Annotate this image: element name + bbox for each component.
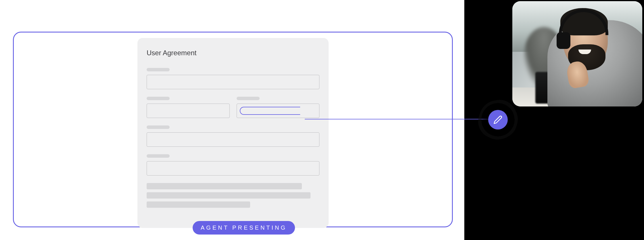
field-label-placeholder (147, 68, 170, 71)
edit-badge[interactable] (480, 101, 516, 138)
field-label-placeholder (147, 154, 170, 158)
text-input[interactable] (147, 132, 319, 147)
agreement-text-skeleton (147, 183, 319, 208)
field-label-placeholder (147, 97, 170, 100)
status-label: AGENT PRESENTING (201, 224, 287, 231)
annotation-connector-line (305, 119, 489, 119)
text-input[interactable] (147, 161, 319, 176)
user-agreement-form: User Agreement (137, 38, 329, 228)
text-input[interactable] (147, 75, 319, 89)
status-pill: AGENT PRESENTING (193, 221, 295, 235)
text-input-highlighted[interactable] (237, 104, 320, 118)
text-input[interactable] (147, 104, 230, 118)
pencil-icon (493, 115, 503, 124)
field-label-placeholder (147, 125, 170, 129)
highlight-cursor (240, 107, 300, 115)
form-title: User Agreement (147, 49, 319, 57)
agent-video-thumbnail[interactable] (512, 1, 642, 106)
field-label-placeholder (237, 97, 260, 100)
